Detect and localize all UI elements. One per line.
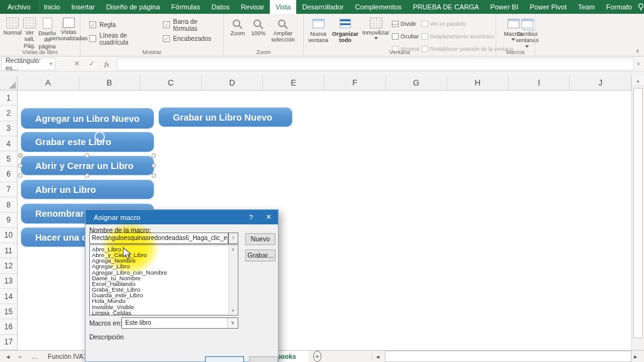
- select-all-corner[interactable]: [0, 75, 18, 90]
- name-box[interactable]: Rectángulo: es... ▾: [1, 58, 55, 70]
- zoom-selection-button[interactable]: Ampliar selección: [269, 16, 297, 45]
- row-header[interactable]: 11: [0, 243, 17, 258]
- selection-handle[interactable]: [85, 153, 89, 158]
- vertical-scrollbar[interactable]: ▴: [631, 75, 644, 350]
- tell-me-button[interactable]: Indicar: [638, 3, 644, 11]
- name-box-dropdown-icon[interactable]: ▾: [50, 61, 52, 67]
- zoom-100-button[interactable]: 100%: [248, 16, 269, 38]
- custom-views-button[interactable]: Vistas personalizadas: [57, 16, 80, 44]
- hide-button[interactable]: Ocultar: [392, 31, 420, 41]
- cancelar-button[interactable]: [249, 356, 278, 362]
- aceptar-button[interactable]: [205, 356, 244, 362]
- help-icon[interactable]: ?: [243, 214, 259, 221]
- normal-view-button[interactable]: Normal: [3, 16, 22, 38]
- selection-handle[interactable]: [18, 173, 23, 178]
- list-scrollbar[interactable]: ∧ ∨: [228, 246, 237, 314]
- spin-up-icon[interactable]: ↑: [228, 233, 238, 244]
- macros-button[interactable]: Macros: [499, 16, 527, 43]
- tab-diseno-pagina[interactable]: Diseño de página: [101, 0, 166, 14]
- tab-archivo[interactable]: Archivo: [0, 0, 38, 14]
- tab-prueba-de-carga[interactable]: PRUEBA DE CARGA: [407, 0, 484, 14]
- tab-formulas[interactable]: Fórmulas: [165, 0, 206, 14]
- checkbox-regla[interactable]: ✓Regla: [89, 21, 154, 29]
- cancel-icon[interactable]: ✕: [69, 60, 84, 68]
- column-header[interactable]: D: [202, 75, 264, 90]
- tab-revisar[interactable]: Revisar: [235, 0, 270, 14]
- row-header[interactable]: 13: [0, 274, 17, 289]
- page-break-preview-button[interactable]: Ver salt. Pág.: [22, 16, 37, 51]
- insert-function-icon[interactable]: fx: [99, 60, 114, 68]
- scroll-down-icon[interactable]: ∨: [231, 308, 235, 313]
- selection-handle[interactable]: [18, 163, 23, 168]
- new-sheet-icon[interactable]: +: [313, 351, 321, 362]
- tab-desarrollador[interactable]: Desarrollador: [296, 0, 349, 14]
- selection-handle[interactable]: [18, 153, 23, 158]
- row-header[interactable]: 10: [0, 228, 17, 243]
- column-header[interactable]: A: [18, 75, 79, 90]
- column-header[interactable]: J: [570, 75, 631, 90]
- row-header[interactable]: 14: [0, 289, 17, 304]
- zoom-button[interactable]: Zoom: [227, 16, 248, 38]
- collapse-ribbon-icon[interactable]: ∧: [635, 48, 640, 54]
- macro-name-input[interactable]: Rectánguloesquinasredondeadas6_Haga_clic…: [89, 233, 228, 244]
- column-header[interactable]: E: [263, 75, 325, 90]
- shape-grabar-libro-nuevo[interactable]: Grabar un Libro Nuevo: [158, 107, 292, 127]
- macro-list[interactable]: Abre_Libro Abre_y_Cierra_Libro Agrega_No…: [89, 244, 238, 315]
- new-window-button[interactable]: Nueva ventana: [307, 16, 330, 46]
- row-header[interactable]: 16: [0, 319, 17, 334]
- selection-handle[interactable]: [85, 173, 89, 178]
- tab-power-bi[interactable]: Power BI: [485, 0, 525, 14]
- hscroll-right-icon[interactable]: ▸: [634, 351, 637, 362]
- scroll-up-icon[interactable]: ∧: [231, 247, 235, 252]
- row-header[interactable]: 7: [0, 182, 17, 197]
- shape-abrir-libro[interactable]: Abrir un Libro: [21, 180, 154, 199]
- shape-agregar-libro-nuevo[interactable]: Agregar un Libro Nuevo: [21, 108, 154, 129]
- close-icon[interactable]: ✕: [259, 213, 278, 221]
- tab-inicio[interactable]: Inicio: [38, 0, 66, 14]
- row-header[interactable]: 6: [0, 167, 17, 182]
- sheet-nav-left-icon[interactable]: ◂: [6, 351, 9, 362]
- arrange-all-button[interactable]: Organizar todo: [331, 16, 360, 46]
- tab-power-pivot[interactable]: Power Pivot: [524, 0, 572, 14]
- row-header[interactable]: 2: [0, 106, 17, 121]
- row-header[interactable]: 5: [0, 151, 17, 167]
- row-header[interactable]: 9: [0, 212, 17, 228]
- tab-vista[interactable]: Vista: [270, 0, 296, 14]
- row-header[interactable]: 17: [0, 335, 17, 350]
- selection-handle[interactable]: [152, 163, 156, 168]
- nuevo-button[interactable]: Nuevo: [245, 233, 275, 245]
- column-header[interactable]: B: [79, 75, 141, 90]
- macros-en-dropdown[interactable]: Este libro ∨: [121, 317, 238, 329]
- tab-team[interactable]: Team: [572, 0, 601, 14]
- formula-input[interactable]: [117, 58, 634, 70]
- sheet-nav-ellipsis[interactable]: …: [31, 351, 38, 362]
- tab-formato[interactable]: Formato: [601, 0, 638, 14]
- grabar-button[interactable]: Grabar...: [245, 250, 275, 261]
- tab-complementos[interactable]: Complementos: [349, 0, 407, 14]
- freeze-panes-button[interactable]: Inmovilizar: [361, 16, 391, 41]
- checkbox-encabezados[interactable]: ✓Encabezados: [163, 35, 220, 43]
- column-header[interactable]: H: [447, 75, 509, 90]
- row-header[interactable]: 12: [0, 258, 17, 273]
- horizontal-scrollbar[interactable]: [385, 351, 631, 362]
- shape-abrir-cerrar-libro[interactable]: Abrir y Cerrar un Libro: [21, 156, 154, 175]
- row-header[interactable]: 4: [0, 136, 17, 151]
- macro-list-item[interactable]: Limpia_Celdas: [92, 310, 228, 315]
- row-header[interactable]: 1: [0, 90, 17, 106]
- column-header[interactable]: I: [509, 75, 570, 90]
- checkbox-barra-formulas[interactable]: ✓Barra de fórmulas: [163, 21, 220, 29]
- dropdown-icon[interactable]: ∨: [227, 318, 238, 328]
- shape-grabar-este-libro[interactable]: Grabar este Libro: [21, 132, 154, 152]
- column-header[interactable]: F: [325, 75, 386, 90]
- column-header[interactable]: C: [140, 75, 202, 90]
- vertical-scrollbar-thumb[interactable]: [633, 88, 643, 338]
- sheet-nav-right-icon[interactable]: ▸: [19, 351, 22, 362]
- row-header[interactable]: 15: [0, 304, 17, 319]
- selection-handle[interactable]: [152, 173, 156, 178]
- scroll-up-icon[interactable]: ▴: [632, 75, 644, 86]
- dialog-title-bar[interactable]: Asignar macro ? ✕: [86, 210, 278, 224]
- hscroll-left-icon[interactable]: ◂: [376, 351, 379, 362]
- row-header[interactable]: 8: [0, 197, 17, 212]
- checkbox-lineas-cuadricula[interactable]: Líneas de cuadrícula: [89, 35, 154, 43]
- selection-handle[interactable]: [152, 153, 156, 158]
